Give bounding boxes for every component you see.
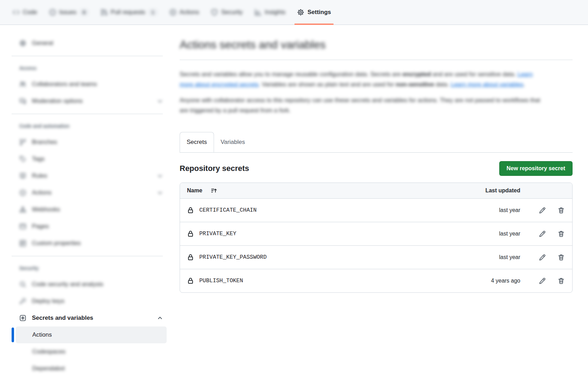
link-variables[interactable]: Learn more about variables — [451, 81, 523, 88]
sidebar-subitem-actions[interactable]: Actions — [16, 326, 167, 343]
sidebar-divider — [12, 56, 163, 56]
pencil-icon — [539, 277, 546, 285]
trash-icon — [557, 207, 565, 214]
sidebar-item-rules[interactable]: Rules — [16, 167, 167, 184]
trash-icon — [557, 277, 565, 285]
sidebar-item-general[interactable]: General — [16, 35, 167, 52]
nav-tab-label: Code — [23, 9, 37, 16]
sidebar-item-label: Webhooks — [32, 206, 60, 213]
sidebar-subitem-dependabot[interactable]: Dependabot — [16, 360, 167, 377]
sidebar-item-label: Moderation options — [32, 98, 83, 105]
sidebar-item-secrets-and-variables[interactable]: Secrets and variables — [16, 310, 167, 326]
issue-opened-icon — [49, 9, 56, 16]
play-circle-icon — [19, 189, 26, 196]
trash-icon — [557, 254, 565, 261]
lock-icon — [187, 207, 194, 214]
gear-icon — [19, 40, 26, 47]
sidebar-item-label: Pages — [32, 223, 49, 230]
sidebar-item-code-security[interactable]: Code security and analysis — [16, 276, 167, 293]
sidebar-item-label: Dependabot — [32, 365, 65, 372]
git-pull-request-icon — [101, 9, 108, 16]
nav-tab-actions[interactable]: Actions — [165, 0, 204, 25]
sidebar-item-collaborators[interactable]: Collaborators and teams — [16, 76, 167, 93]
intro-paragraph-2: Anyone with collaborator access to this … — [180, 95, 546, 115]
delete-secret-button[interactable] — [557, 206, 565, 214]
secret-name: PRIVATE_KEY_PASSWORD — [199, 254, 267, 260]
tab-secrets[interactable]: Secrets — [180, 132, 214, 152]
trash-icon — [557, 230, 565, 238]
main-content: Actions secrets and variables Secrets an… — [168, 25, 588, 377]
sidebar-item-pages[interactable]: Pages — [16, 218, 167, 235]
edit-secret-button[interactable] — [538, 206, 546, 214]
lock-icon — [187, 277, 194, 284]
nav-tab-issues[interactable]: Issues 8 — [44, 0, 94, 25]
nav-tab-insights[interactable]: Insights — [250, 0, 290, 25]
tag-icon — [19, 156, 26, 163]
gear-icon — [297, 9, 304, 16]
intro-text: Secrets and variables allow you to manag… — [180, 69, 573, 115]
sidebar-subitem-codespaces[interactable]: Codespaces — [16, 343, 167, 360]
chevron-down-icon — [157, 98, 163, 104]
pencil-icon — [539, 207, 546, 214]
nav-tab-settings[interactable]: Settings — [292, 0, 336, 25]
sort-ascending-icon — [211, 187, 217, 194]
delete-secret-button[interactable] — [557, 253, 565, 262]
sidebar-section-code-and-automation: Code and automation — [12, 118, 168, 134]
sidebar-divider — [12, 256, 163, 256]
secret-last-updated: last year — [471, 207, 520, 213]
repo-tab-nav: Code Issues 8 Pull requests 1 Actions Se… — [0, 0, 588, 25]
edit-secret-button[interactable] — [538, 277, 546, 285]
repository-secrets-table: Name Last updated CERTIFICATE_CHAIN last… — [180, 183, 573, 293]
edit-secret-button[interactable] — [538, 253, 546, 262]
people-icon — [19, 81, 26, 88]
sidebar-section-access: Access — [12, 60, 168, 76]
secret-name: PRIVATE_KEY — [199, 231, 236, 237]
sidebar-item-label: Deploy keys — [32, 298, 65, 305]
sidebar-item-deploy-keys[interactable]: Deploy keys — [16, 293, 167, 310]
sidebar-divider — [12, 114, 163, 114]
table-row: PUBLISH_TOKEN 4 years ago — [180, 269, 572, 292]
sidebar-section-security: Security — [12, 260, 168, 276]
nav-tab-label: Insights — [265, 9, 286, 16]
edit-secret-button[interactable] — [538, 230, 546, 238]
issues-count-badge: 8 — [80, 9, 89, 16]
nav-tab-pull-requests[interactable]: Pull requests 1 — [96, 0, 162, 25]
browser-icon — [19, 223, 26, 230]
tab-variables[interactable]: Variables — [214, 132, 252, 152]
nav-tab-label: Actions — [180, 9, 199, 16]
square-asterisk-icon — [19, 315, 26, 322]
lock-icon — [187, 230, 194, 237]
sidebar-item-custom-properties[interactable]: Custom properties — [16, 235, 167, 252]
pencil-icon — [539, 230, 546, 238]
sidebar-item-actions[interactable]: Actions — [16, 184, 167, 201]
sidebar-item-label: Secrets and variables — [32, 315, 93, 322]
note-icon — [19, 240, 26, 247]
pull-requests-count-badge: 1 — [148, 9, 158, 16]
codescan-icon — [19, 281, 26, 288]
sidebar-item-tags[interactable]: Tags — [16, 151, 167, 167]
key-icon — [19, 298, 26, 305]
nav-tab-label: Issues — [59, 9, 76, 16]
intro-paragraph-1: Secrets and variables allow you to manag… — [180, 69, 546, 90]
sidebar-item-moderation-options[interactable]: Moderation options — [16, 93, 167, 110]
delete-secret-button[interactable] — [557, 230, 565, 238]
nav-tab-code[interactable]: Code — [8, 0, 42, 25]
nav-tab-label: Pull requests — [111, 9, 145, 16]
chevron-down-icon — [157, 173, 163, 179]
sidebar-item-label: General — [32, 40, 53, 47]
shield-icon — [211, 9, 218, 16]
repository-secrets-heading: Repository secrets — [180, 164, 249, 173]
sidebar-item-webhooks[interactable]: Webhooks — [16, 201, 167, 218]
table-row: PRIVATE_KEY_PASSWORD last year — [180, 245, 572, 269]
sidebar-item-label: Actions — [32, 331, 52, 338]
secret-name: CERTIFICATE_CHAIN — [199, 207, 256, 213]
delete-secret-button[interactable] — [557, 277, 565, 285]
sidebar-item-branches[interactable]: Branches — [16, 134, 167, 151]
sidebar-item-label: Codespaces — [32, 348, 66, 355]
sidebar-item-label: Branches — [32, 139, 57, 146]
new-repository-secret-button[interactable]: New repository secret — [499, 161, 573, 176]
column-header-name[interactable]: Name — [187, 187, 202, 194]
nav-tab-security[interactable]: Security — [206, 0, 247, 25]
code-icon — [13, 9, 20, 16]
nav-tab-label: Security — [221, 9, 242, 16]
